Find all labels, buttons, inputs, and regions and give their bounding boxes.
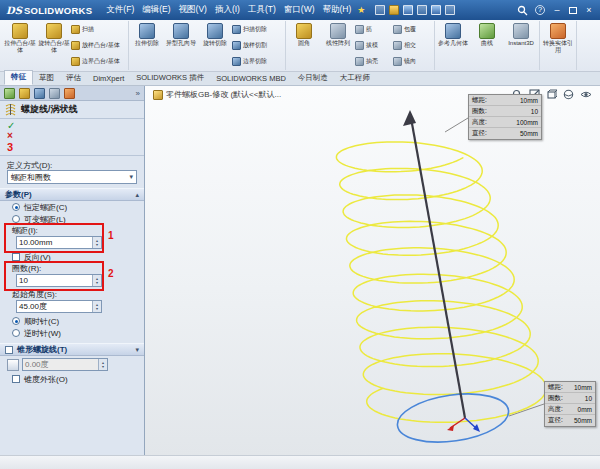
menu-edit[interactable]: 编辑(E) — [138, 3, 174, 17]
variable-pitch-radio-row[interactable]: 可变螺距(L) — [0, 213, 144, 225]
revolve-cut-button[interactable]: 旋转切除 — [198, 21, 232, 70]
button-label: Instant3D — [508, 40, 534, 47]
tab-engineer[interactable]: 大工程师 — [334, 72, 376, 85]
view-orientation-icon[interactable] — [546, 89, 557, 100]
taper-angle-input[interactable]: 0.00度 ▴▾ — [22, 358, 108, 371]
clockwise-radio[interactable] — [12, 317, 20, 325]
graphics-viewport[interactable]: 零件螺板GB-修改 (默认<<默认... — [145, 86, 600, 455]
intersect-button[interactable]: 相交 — [393, 38, 433, 53]
sweep-button[interactable]: 扫描 — [71, 22, 127, 37]
property-manager-icon[interactable] — [19, 88, 30, 99]
display-manager-icon[interactable] — [64, 88, 75, 99]
definition-method-select[interactable]: 螺距和圈数 ▾ — [7, 170, 137, 184]
taper-helix-checkbox[interactable] — [5, 346, 13, 354]
help-icon[interactable]: ? — [535, 5, 545, 15]
hide-show-items-icon[interactable] — [580, 89, 592, 100]
new-document-icon[interactable] — [375, 5, 385, 15]
part-document-icon — [153, 90, 163, 100]
rebuild-icon[interactable] — [431, 5, 441, 15]
menu-window[interactable]: 窗口(W) — [280, 3, 319, 17]
button-label: 放样切割 — [243, 41, 267, 50]
chevron-down-icon: ▾ — [129, 173, 133, 181]
search-icon[interactable] — [517, 5, 528, 16]
tab-mbd[interactable]: SOLIDWORKS MBD — [210, 73, 292, 85]
taper-outward-checkbox[interactable] — [12, 375, 20, 383]
menu-help[interactable]: 帮助(H) — [318, 3, 355, 17]
loft-button[interactable]: 放样凸台/基体 — [71, 38, 127, 53]
menu-file[interactable]: 文件(F) — [102, 3, 138, 17]
revolutions-input[interactable]: 10 ▴▾ — [16, 274, 102, 287]
convert-entities-button[interactable]: 转换实体引用 — [541, 21, 575, 70]
pitch-input[interactable]: 10.00mm ▴▾ — [16, 236, 102, 249]
feature-tree-icon[interactable] — [4, 88, 15, 99]
cancel-button[interactable]: × — [7, 131, 137, 141]
start-angle-spinner[interactable]: ▴▾ — [92, 301, 101, 312]
boundary-cut-button[interactable]: 边界切除 — [232, 54, 284, 69]
fillet-button[interactable]: 圆角 — [287, 21, 321, 70]
taper-outward-checkbox-row[interactable]: 锥度外张(O) — [0, 373, 144, 385]
counterclockwise-radio[interactable] — [12, 329, 20, 337]
save-icon[interactable] — [403, 5, 413, 15]
extrude-cut-button[interactable]: 拉伸切除 — [130, 21, 164, 70]
linear-pattern-button[interactable]: 线性阵列 — [321, 21, 355, 70]
maximize-button[interactable] — [569, 7, 577, 14]
button-label: 扫描切除 — [243, 25, 267, 34]
tab-sketch[interactable]: 草图 — [33, 72, 60, 85]
dimxpert-manager-icon[interactable] — [49, 88, 60, 99]
parameters-section-header[interactable]: 参数(P) ▴ — [0, 188, 144, 201]
constant-pitch-radio[interactable] — [12, 203, 20, 211]
panel-overflow-icon[interactable]: » — [136, 89, 140, 98]
print-icon[interactable] — [417, 5, 427, 15]
tab-today-mfg[interactable]: 今日制造 — [292, 72, 334, 85]
open-icon[interactable] — [389, 5, 399, 15]
pitch-spinner[interactable]: ▴▾ — [92, 237, 101, 248]
tab-evaluate[interactable]: 评估 — [60, 72, 87, 85]
loft-cut-button[interactable]: 放样切割 — [232, 38, 284, 53]
menu-view[interactable]: 视图(V) — [175, 3, 211, 17]
minimize-button[interactable]: – — [552, 6, 562, 15]
menu-tools[interactable]: 工具(T) — [244, 3, 280, 17]
options-icon[interactable] — [445, 5, 455, 15]
tab-addins[interactable]: SOLIDWORKS 插件 — [130, 72, 210, 85]
wrap-button[interactable]: 包覆 — [393, 22, 433, 37]
tab-features[interactable]: 特征 — [4, 70, 33, 85]
taper-angle-spinner[interactable]: ▴▾ — [98, 359, 107, 370]
start-angle-input[interactable]: 45.00度 ▴▾ — [16, 300, 102, 313]
curves-icon — [479, 23, 495, 39]
shell-button[interactable]: 抽壳 — [355, 54, 393, 69]
extrude-boss-button[interactable]: 拉伸凸台/基体 — [3, 21, 37, 70]
menu-insert[interactable]: 插入(I) — [211, 3, 244, 17]
reverse-checkbox[interactable] — [12, 253, 20, 261]
callout-value: 10mm — [574, 384, 592, 391]
clockwise-radio-row[interactable]: 顺时针(C) — [0, 315, 144, 327]
quick-access-toolbar — [375, 5, 455, 15]
curves-button[interactable]: 曲线 — [470, 21, 504, 70]
callout-label: 高度: — [472, 118, 487, 127]
counterclockwise-radio-row[interactable]: 逆时针(W) — [0, 327, 144, 339]
callout-row: 高度: 100mm — [469, 117, 541, 128]
taper-section-header[interactable]: 锥形螺旋线(T) ▾ — [0, 343, 144, 356]
close-button[interactable]: × — [584, 6, 594, 15]
boundary-boss-button[interactable]: 边界凸台/基体 — [71, 54, 127, 69]
mirror-button[interactable]: 镜向 — [393, 54, 433, 69]
ok-button[interactable]: ✓ — [7, 121, 137, 131]
sweep-cut-icon — [232, 25, 241, 34]
hole-wizard-button[interactable]: 异型孔向导 — [164, 21, 198, 70]
draft-button[interactable]: 拔模 — [355, 38, 393, 53]
revolve-boss-icon — [46, 23, 62, 39]
callout-value: 50mm — [520, 130, 538, 137]
variable-pitch-radio[interactable] — [12, 215, 20, 223]
button-label: 拉伸切除 — [135, 40, 159, 47]
revolve-boss-button[interactable]: 旋转凸台/基体 — [37, 21, 71, 70]
instant3d-button[interactable]: Instant3D — [504, 21, 538, 70]
constant-pitch-radio-row[interactable]: 恒定螺距(C) — [0, 201, 144, 213]
display-style-icon[interactable] — [563, 89, 574, 100]
tab-dimxpert[interactable]: DimXpert — [87, 73, 130, 85]
button-label: 旋转凸台/基体 — [37, 40, 71, 54]
configuration-manager-icon[interactable] — [34, 88, 45, 99]
rib-button[interactable]: 筋 — [355, 22, 393, 37]
reference-geometry-button[interactable]: 参考几何体 — [436, 21, 470, 70]
sweep-cut-button[interactable]: 扫描切除 — [232, 22, 284, 37]
revolutions-spinner[interactable]: ▴▾ — [92, 275, 101, 286]
reverse-checkbox-row[interactable]: 反向(V) — [0, 251, 144, 263]
